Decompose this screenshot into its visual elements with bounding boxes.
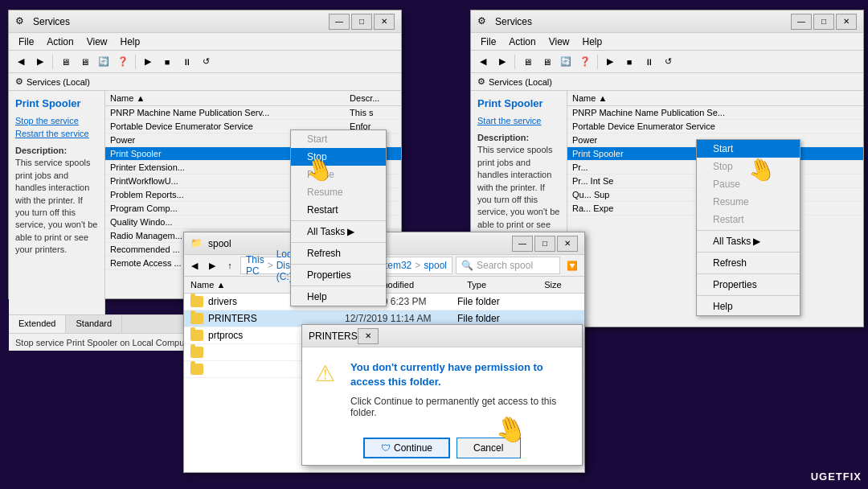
toolbar-btn-r1[interactable]: 🖥 [518, 53, 536, 71]
restart-link[interactable]: Restart the service [15, 129, 98, 138]
pause-button-right[interactable]: ⏸ [640, 53, 657, 71]
breadcrumb-this-pc[interactable]: This PC [246, 254, 264, 277]
pause-button[interactable]: ⏸ [178, 53, 195, 71]
toolbar-btn-r2[interactable]: 🖥 [538, 53, 555, 71]
table-row[interactable]: PNRP Machine Name Publication Serv...Thi… [105, 106, 401, 120]
forward-button-right[interactable]: ▶ [493, 53, 511, 71]
play-button-right[interactable]: ▶ [601, 53, 619, 71]
breadcrumb-spool[interactable]: spool [424, 260, 447, 271]
toolbar-btn-1[interactable]: 🖥 [56, 53, 74, 71]
window-controls-right: — □ ✕ [791, 14, 857, 30]
ctx-sep-3-right [697, 273, 800, 274]
dialog-footer: 🛡 Continue Cancel [302, 431, 582, 465]
explorer-icon: 📁 [190, 237, 203, 250]
ctx-refresh-right[interactable]: Refresh [697, 254, 800, 272]
ctx-alltasks-left[interactable]: All Tasks ▶ [291, 223, 386, 240]
watermark: UGETFIX [811, 471, 862, 483]
col-type[interactable]: Type [461, 278, 538, 291]
dialog-main-text: You don't currently have permission to a… [350, 360, 569, 389]
col-header-desc-left[interactable]: Descr... [345, 91, 401, 106]
ctx-pause-left[interactable]: Pause [291, 166, 386, 183]
ctx-refresh-left[interactable]: Refresh [291, 244, 386, 262]
menu-help-right[interactable]: Help [576, 35, 609, 49]
close-explorer[interactable]: ✕ [557, 236, 578, 252]
menu-view-left[interactable]: View [80, 35, 114, 49]
ctx-stop-left[interactable]: Stop [291, 148, 386, 166]
close-button-left[interactable]: ✕ [374, 14, 395, 30]
ctx-start-left[interactable]: Start [291, 130, 386, 148]
refresh-btn-explorer[interactable]: 🔽 [563, 257, 581, 274]
folder-icon [190, 330, 203, 341]
table-row[interactable]: Portable Device Enumerator Service [567, 120, 863, 134]
forward-btn-explorer[interactable]: ▶ [205, 257, 219, 274]
stop-link[interactable]: Stop the service [15, 116, 98, 125]
ctx-properties-right[interactable]: Properties [697, 276, 800, 294]
row-name: PNRP Machine Name Publication Se... [567, 106, 863, 120]
menu-action-left[interactable]: Action [40, 35, 80, 49]
menu-view-right[interactable]: View [542, 35, 576, 49]
table-row[interactable]: PNRP Machine Name Publication Se... [567, 106, 863, 120]
toolbar-btn-r4[interactable]: ❓ [576, 53, 594, 71]
toolbar-sep-r2 [597, 55, 598, 69]
ctx-resume-left[interactable]: Resume [291, 183, 386, 201]
shield-icon: 🛡 [381, 442, 391, 454]
forward-button[interactable]: ▶ [31, 53, 49, 71]
back-btn-explorer[interactable]: ◀ [187, 257, 202, 274]
dialog-sub-text: Click Continue to permanently get access… [350, 396, 569, 418]
play-button[interactable]: ▶ [139, 53, 157, 71]
toolbar-btn-r3[interactable]: 🔄 [557, 53, 575, 71]
col-header-name-left[interactable]: Name ▲ [105, 91, 345, 106]
maximize-button-right[interactable]: □ [813, 14, 834, 30]
continue-button[interactable]: 🛡 Continue [363, 438, 450, 458]
col-header-name-right[interactable]: Name ▲ [567, 91, 863, 106]
start-link-right[interactable]: Start the service [477, 116, 560, 125]
up-btn-explorer[interactable]: ↑ [223, 257, 237, 274]
desc-text-left: This service spools print jobs and handl… [15, 158, 97, 254]
toolbar-left: ◀ ▶ 🖥 🖥 🔄 ❓ ▶ ■ ⏸ ↺ [9, 51, 401, 73]
ctx-restart-left[interactable]: Restart [291, 201, 386, 219]
ctx-properties-left[interactable]: Properties [291, 266, 386, 284]
close-button-right[interactable]: ✕ [836, 14, 857, 30]
tab-extended-left[interactable]: Extended [9, 315, 66, 333]
dialog-title-text: PRINTERS [309, 331, 358, 342]
ctx-resume-right[interactable]: Resume [697, 193, 800, 211]
maximize-explorer[interactable]: □ [534, 236, 555, 252]
row-name: Portable Device Enumerator Service [567, 120, 863, 134]
desc-text-right: This service spools print jobs and handl… [477, 145, 559, 241]
services-icon: ⚙ [15, 15, 28, 28]
menu-bar-left: File Action View Help [9, 33, 401, 51]
minimize-button-right[interactable]: — [791, 14, 812, 30]
dialog-close-button[interactable]: ✕ [358, 328, 379, 344]
service-name-left: Print Spooler [15, 97, 98, 109]
menu-action-right[interactable]: Action [502, 35, 542, 49]
ctx-help-right[interactable]: Help [697, 298, 800, 315]
ctx-pause-right[interactable]: Pause [697, 175, 800, 193]
back-button-right[interactable]: ◀ [474, 53, 492, 71]
ctx-sep-1-right [697, 230, 800, 231]
desc-label-right: Description: [477, 133, 529, 142]
ctx-restart-right[interactable]: Restart [697, 211, 800, 228]
cancel-button[interactable]: Cancel [457, 438, 521, 458]
left-panel-left: Print Spooler Stop the service Restart t… [9, 91, 105, 314]
folder-icon [190, 364, 203, 375]
restart-button[interactable]: ↺ [197, 53, 215, 71]
menu-file-right[interactable]: File [474, 35, 502, 49]
restart-button-right[interactable]: ↺ [659, 53, 677, 71]
toolbar-btn-4[interactable]: ❓ [114, 53, 132, 71]
ctx-start-right[interactable]: Start [697, 140, 800, 158]
minimize-button-left[interactable]: — [329, 14, 350, 30]
minimize-explorer[interactable]: — [512, 236, 533, 252]
stop-button-right[interactable]: ■ [620, 53, 638, 71]
toolbar-btn-3[interactable]: 🔄 [95, 53, 113, 71]
ctx-stop-right[interactable]: Stop [697, 158, 800, 175]
toolbar-btn-2[interactable]: 🖥 [76, 53, 93, 71]
menu-help-left[interactable]: Help [114, 35, 147, 49]
col-size[interactable]: Size [538, 278, 584, 291]
tab-standard-left[interactable]: Standard [66, 315, 122, 333]
back-button[interactable]: ◀ [12, 53, 30, 71]
ctx-alltasks-right[interactable]: All Tasks ▶ [697, 232, 800, 250]
ctx-help-left[interactable]: Help [291, 288, 386, 306]
maximize-button-left[interactable]: □ [351, 14, 372, 30]
stop-button[interactable]: ■ [158, 53, 176, 71]
menu-file-left[interactable]: File [12, 35, 40, 49]
